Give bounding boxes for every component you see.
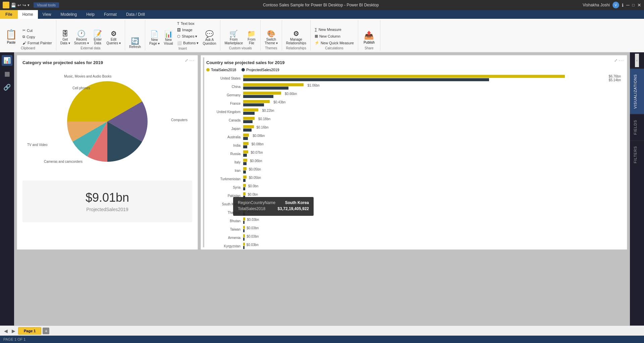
bar-fill	[243, 234, 245, 237]
refresh-button[interactable]: 🔄 Refresh	[128, 37, 142, 49]
cut-button[interactable]: ✂ Cut	[21, 28, 53, 33]
tab-data-drill[interactable]: Data / Drill	[121, 10, 150, 19]
quick-dropdown[interactable]: ▾	[28, 3, 30, 7]
shapes-button[interactable]: ⬡ Shapes ▾	[176, 34, 200, 39]
resize-handle[interactable]	[203, 57, 204, 247]
page-tab-1[interactable]: Page 1	[18, 327, 41, 335]
maximize-btn[interactable]: □	[632, 3, 635, 7]
tab-fields[interactable]: FIELDS	[630, 114, 644, 140]
new-quick-measure-button[interactable]: ⚡ New Quick Measure	[313, 40, 355, 46]
bar-track: $0.08bn	[243, 133, 622, 141]
copy-button[interactable]: ⧉ Copy	[21, 34, 53, 40]
buttons-button[interactable]: ⬜ Buttons ▾	[176, 40, 200, 46]
quick-save[interactable]: 💾	[11, 3, 16, 8]
bar-fill-dark	[243, 78, 489, 81]
new-page-button[interactable]: 📄 NewPage ▾	[148, 30, 161, 46]
bar-track: $0.22bn	[243, 108, 622, 115]
bar-fill	[243, 192, 246, 195]
model-view-icon[interactable]: 🔗	[2, 82, 12, 93]
report-view-icon[interactable]: 📊	[2, 55, 12, 66]
new-quick-measure-label: New Quick Measure	[321, 41, 354, 45]
bar-fill	[243, 159, 247, 162]
bar-val: $0.66bn	[285, 92, 297, 96]
bar-more-icon[interactable]: ···	[619, 58, 624, 63]
share-items: 📤 Publish	[361, 21, 377, 46]
ask-question-button[interactable]: 💬 Ask AQuestion	[201, 30, 217, 46]
bar-val: $0.05bn	[249, 167, 261, 171]
title-bar: ⚡ 💾 ↩ ↪ ▾ Visual tools Contoso Sales Sam…	[0, 0, 644, 10]
legend-label-totalsales: TotalSales2018	[211, 68, 236, 72]
bar-track: $0.03bn	[243, 226, 622, 233]
tab-view[interactable]: View	[38, 10, 56, 19]
bar-val: $0.03bn	[247, 243, 259, 247]
bar-fill2	[243, 145, 247, 148]
add-page-button[interactable]: +	[43, 328, 49, 334]
close-btn[interactable]: ✕	[637, 2, 641, 8]
tab-file[interactable]: File	[0, 10, 18, 19]
get-data-button[interactable]: 🗄 GetData ▾	[59, 30, 71, 46]
new-column-icon: ▦	[315, 34, 318, 38]
tab-visualizations[interactable]: VISUALIZATIONS	[630, 68, 644, 114]
legend-projected: ProjectedSales2019	[241, 68, 279, 72]
image-button[interactable]: 🖼 Image	[176, 27, 200, 33]
refresh-label: Refresh	[129, 45, 141, 49]
bar-chart-panel[interactable]: Country wise projected sales for 2019 ⤢ …	[201, 55, 627, 250]
publish-button[interactable]: 📤 Publish	[361, 29, 377, 46]
image-label: Image	[182, 28, 193, 32]
nav-prev-button[interactable]: ◀	[3, 328, 9, 334]
page-bar: ◀ ▶ Page 1 +	[0, 326, 644, 336]
tab-format[interactable]: Format	[99, 10, 121, 19]
from-marketplace-button[interactable]: 🛒 FromMarketplace	[223, 30, 244, 46]
refresh-icon: 🔄	[131, 38, 139, 44]
publish-icon: 📤	[364, 31, 374, 40]
visual-tools-tab[interactable]: Visual tools	[34, 2, 59, 8]
manage-relationships-button[interactable]: ⚙ ManageRelationships	[285, 30, 308, 46]
country-label: Germany	[206, 93, 243, 97]
quick-undo[interactable]: ↩	[17, 3, 21, 8]
tab-modeling[interactable]: Modeling	[56, 10, 82, 19]
tab-filters[interactable]: FILTERS	[630, 140, 644, 168]
bar-fill	[243, 134, 249, 137]
country-label: Australia	[206, 135, 243, 139]
label-tv: TV and Video	[27, 143, 47, 147]
data-view-icon[interactable]: ▦	[2, 68, 12, 79]
table-row: India $0.08bn	[206, 142, 622, 149]
bar-fill	[243, 117, 255, 120]
switch-theme-button[interactable]: 🎨 SwitchTheme ▾	[263, 30, 279, 46]
page-nav: ◀ ▶	[3, 328, 17, 334]
marketplace-label: FromMarketplace	[224, 38, 243, 45]
recent-sources-button[interactable]: 🕐 RecentSources ▾	[73, 30, 90, 46]
text-box-button[interactable]: T Text box	[176, 21, 200, 26]
bar-fill-gold	[243, 75, 565, 78]
bar-track: $0.07bn	[243, 150, 622, 157]
quick-redo[interactable]: ↪	[22, 3, 26, 8]
expand-icon[interactable]: ⤢	[185, 58, 188, 63]
tab-help[interactable]: Help	[82, 10, 99, 19]
table-row: Syria $0.0bn	[206, 184, 622, 191]
minimize-btn[interactable]: ─	[626, 2, 630, 8]
more-options-icon[interactable]: ···	[190, 58, 195, 63]
nav-next-button[interactable]: ▶	[10, 328, 17, 334]
tab-home[interactable]: Home	[18, 10, 38, 19]
group-refresh: 🔄 Refresh	[125, 20, 145, 51]
canvas: Category wise projected sales for 2019 ⤢…	[14, 52, 630, 326]
bar-fill-gold	[243, 83, 304, 86]
new-visual-button[interactable]: 📊 NewVisual	[162, 30, 174, 46]
bar-val: $0.03bn	[247, 218, 259, 222]
from-file-button[interactable]: 📁 FromFile	[246, 30, 258, 46]
help-icon[interactable]: ℹ	[622, 3, 624, 8]
paste-button[interactable]: 📋 Paste	[3, 28, 20, 46]
themes-label: Themes	[265, 46, 277, 50]
copy-label: Copy	[26, 35, 35, 39]
new-measure-button[interactable]: ∑ New Measure	[313, 27, 355, 32]
format-painter-button[interactable]: 🖌 Format Painter	[21, 40, 53, 46]
new-column-label: New Column	[319, 34, 340, 38]
enter-data-button[interactable]: 📝 EnterData	[92, 30, 104, 46]
bar-chart-title: Country wise projected sales for 2019	[201, 55, 627, 68]
new-column-button[interactable]: ▦ New Column	[313, 33, 355, 39]
bar-expand-icon[interactable]: ⤢	[614, 58, 618, 63]
bar-val: $0.07bn	[251, 151, 263, 154]
collapse-handle[interactable]: ‹	[635, 54, 639, 67]
pie-chart-panel[interactable]: Category wise projected sales for 2019 ⤢…	[17, 55, 198, 250]
edit-queries-button[interactable]: ⚙ EditQueries ▾	[105, 30, 122, 46]
